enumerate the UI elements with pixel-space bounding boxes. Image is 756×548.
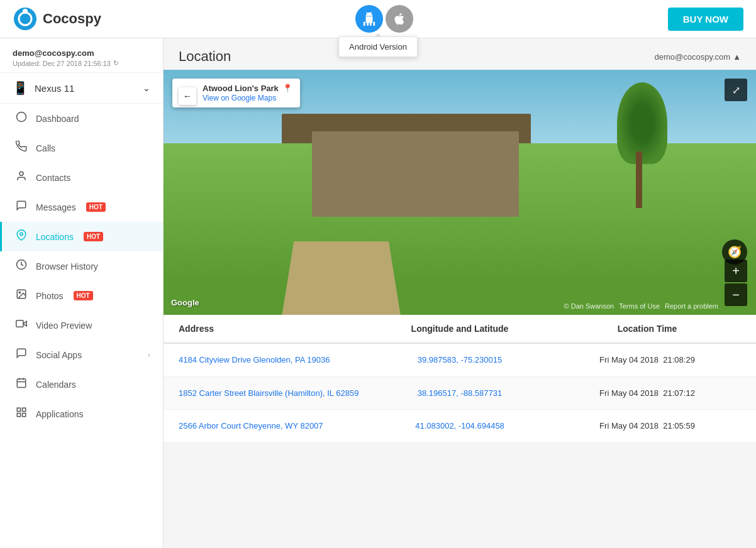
sidebar-item-video-preview[interactable]: Video Preview [0,310,163,340]
cocospy-logo-icon [13,6,38,31]
device-section: 📱 Nexus 11 ⌄ [0,73,163,104]
map-zoom-controls: + − [725,260,747,306]
header: Cocospy Android Version BUY NOW [0,0,756,38]
svg-rect-17 [23,414,26,417]
contacts-icon [14,170,28,185]
map-terms-link[interactable]: Terms of Use [619,302,660,310]
sidebar-item-label-contacts: Contacts [36,173,70,183]
nav-container: DashboardCallsContactsMessagesHOTLocatio… [0,104,163,429]
page-title: Location [179,48,231,65]
tree-canopy [617,82,667,164]
coords-cell[interactable]: 39.987583, -75.230015 [366,355,553,364]
table-col-coords: Longitude and Latitude [366,324,553,334]
logo-text: Cocospy [43,11,101,27]
device-dropdown-icon[interactable]: ⌄ [143,83,150,93]
arrow-icon-social-apps: › [148,351,150,359]
sidebar-item-contacts[interactable]: Contacts [0,163,163,192]
time-cell: Fri May 04 2018 21:05:59 [553,421,741,430]
svg-marker-9 [23,321,26,326]
device-icon: 📱 [13,80,28,96]
sidebar-item-label-messages: Messages [36,202,76,212]
table-row: 2566 Arbor Court Cheyenne, WY 82007 41.0… [164,410,756,443]
buy-now-button[interactable]: BUY NOW [668,8,743,31]
svg-rect-15 [17,408,20,411]
address-cell[interactable]: 4184 Cityview Drive Glenolden, PA 19036 [179,354,366,366]
platform-buttons: Android Version [101,5,668,33]
svg-rect-11 [17,379,26,388]
refresh-icon[interactable]: ↻ [113,59,119,67]
map-info-box: ← Atwood Lion's Park 📍 View on Google Ma… [172,79,300,107]
view-on-google-maps-link[interactable]: View on Google Maps [203,94,276,102]
map-attribution: © Dan Swanson Terms of Use Report a prob… [564,302,718,310]
device-name: Nexus 11 [35,83,74,94]
sidebar-item-messages[interactable]: MessagesHOT [0,192,163,222]
sidebar-item-browser-history[interactable]: Browser History [0,251,163,281]
content-user-info: demo@cocospy.com ▲ [655,52,742,62]
content-header: Location demo@cocospy.com ▲ [164,38,756,70]
main-layout: demo@cocospy.com Updated: Dec 27 2018 21… [0,38,756,548]
map-fullscreen-button[interactable]: ⤢ [725,79,747,101]
sidebar-item-label-browser-history: Browser History [36,261,98,271]
sidebar-item-photos[interactable]: PhotosHOT [0,281,163,310]
coords-cell[interactable]: 38.196517, -88.587731 [366,388,553,398]
ios-button[interactable] [386,5,413,33]
map-container: ← Atwood Lion's Park 📍 View on Google Ma… [164,70,756,315]
time-cell: Fri May 04 2018 21:08:29 [553,355,741,364]
map-tree [617,82,667,208]
locations-icon [14,229,28,244]
svg-point-4 [19,172,23,175]
table-header: Address Longitude and Latitude Location … [164,315,756,344]
map-path [282,241,400,315]
android-tooltip: Android Version [338,36,418,57]
android-button[interactable] [355,5,383,33]
logo-area: Cocospy [13,6,101,31]
map-google-logo: Google [171,298,199,307]
photos-icon [14,288,28,303]
sidebar-item-label-calls: Calls [36,143,55,153]
sidebar-item-social-apps[interactable]: Social Apps› [0,340,163,370]
sidebar-item-label-locations: Locations [36,232,74,242]
content-user-chevron-icon[interactable]: ▲ [733,52,741,62]
sidebar-updated: Updated: Dec 27 2018 21:56:13 ↻ [13,59,150,67]
map-zoom-in-button[interactable]: + [725,260,747,282]
calls-icon [14,141,28,155]
social-apps-icon [14,348,28,362]
map-back-button[interactable]: ← [179,87,196,105]
sidebar-item-label-dashboard: Dashboard [36,114,79,124]
hot-badge-photos: HOT [74,291,93,300]
svg-point-2 [23,9,28,14]
hot-badge-locations: HOT [84,232,103,241]
sidebar-item-label-calendars: Calendars [36,380,76,390]
hot-badge-messages: HOT [86,202,106,212]
map-zoom-out-button[interactable]: − [725,283,747,306]
svg-point-8 [19,292,20,293]
sidebar-item-applications[interactable]: Applications [0,399,163,429]
device-info: 📱 Nexus 11 [13,80,74,96]
table-col-time: Location Time [553,324,741,334]
sidebar-item-label-applications: Applications [36,409,84,419]
sidebar-email: demo@cocospy.com [13,48,150,58]
messages-icon [14,200,28,214]
coords-cell[interactable]: 41.083002, -104.694458 [366,421,553,430]
location-table: Address Longitude and Latitude Location … [164,315,756,443]
sidebar-user-info: demo@cocospy.com Updated: Dec 27 2018 21… [0,38,163,73]
sidebar-item-calendars[interactable]: Calendars [0,370,163,399]
applications-icon [14,407,28,421]
svg-point-3 [17,112,26,122]
sidebar-item-label-video-preview: Video Preview [36,321,92,331]
sidebar-item-dashboard[interactable]: Dashboard [0,104,163,133]
svg-rect-10 [16,321,23,327]
sidebar-item-locations[interactable]: LocationsHOT [0,222,163,251]
svg-rect-18 [17,414,20,417]
svg-rect-16 [23,408,26,411]
sidebar-item-calls[interactable]: Calls [0,133,163,163]
sidebar-item-label-social-apps: Social Apps [36,350,82,360]
map-place-name: Atwood Lion's Park 📍 [203,84,292,93]
table-row: 4184 Cityview Drive Glenolden, PA 19036 … [164,344,756,377]
map-report-link[interactable]: Report a problem [665,302,718,310]
address-cell[interactable]: 2566 Arbor Court Cheyenne, WY 82007 [179,420,366,432]
browser-history-icon [14,259,28,273]
dashboard-icon [14,111,28,126]
tree-trunk [636,151,642,208]
address-cell[interactable]: 1852 Carter Street Blairsville (Hamilton… [179,387,366,400]
